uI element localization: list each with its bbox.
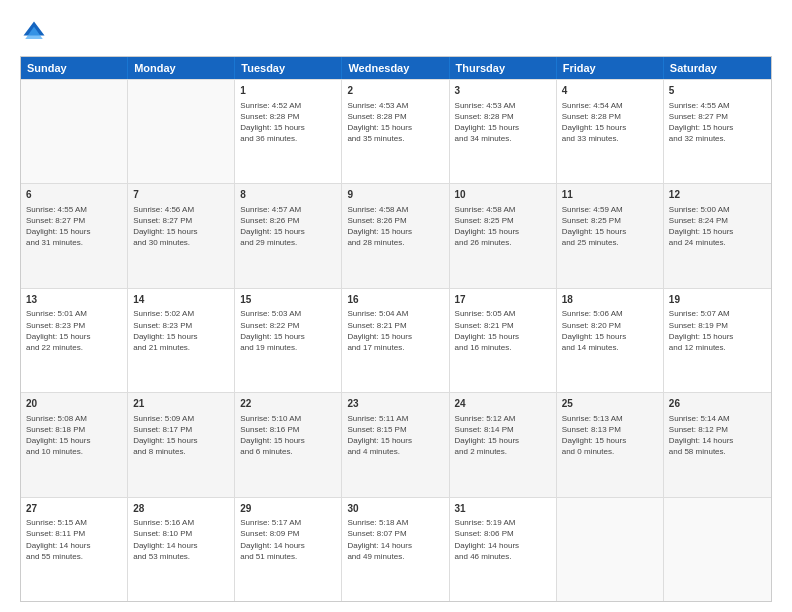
cal-cell-day-20: 20Sunrise: 5:08 AM Sunset: 8:18 PM Dayli… (21, 393, 128, 496)
cell-info: Sunrise: 5:06 AM Sunset: 8:20 PM Dayligh… (562, 308, 658, 353)
cell-info: Sunrise: 5:04 AM Sunset: 8:21 PM Dayligh… (347, 308, 443, 353)
day-number: 8 (240, 188, 336, 202)
cal-cell-day-12: 12Sunrise: 5:00 AM Sunset: 8:24 PM Dayli… (664, 184, 771, 287)
cell-info: Sunrise: 5:00 AM Sunset: 8:24 PM Dayligh… (669, 204, 766, 249)
cell-info: Sunrise: 5:14 AM Sunset: 8:12 PM Dayligh… (669, 413, 766, 458)
day-number: 28 (133, 502, 229, 516)
cell-info: Sunrise: 5:13 AM Sunset: 8:13 PM Dayligh… (562, 413, 658, 458)
cal-week-3: 13Sunrise: 5:01 AM Sunset: 8:23 PM Dayli… (21, 288, 771, 392)
cell-info: Sunrise: 4:58 AM Sunset: 8:26 PM Dayligh… (347, 204, 443, 249)
cell-info: Sunrise: 5:10 AM Sunset: 8:16 PM Dayligh… (240, 413, 336, 458)
day-number: 7 (133, 188, 229, 202)
calendar-header-row: SundayMondayTuesdayWednesdayThursdayFrid… (21, 57, 771, 79)
cal-cell-day-3: 3Sunrise: 4:53 AM Sunset: 8:28 PM Daylig… (450, 80, 557, 183)
cal-cell-day-30: 30Sunrise: 5:18 AM Sunset: 8:07 PM Dayli… (342, 498, 449, 601)
day-number: 20 (26, 397, 122, 411)
cal-cell-day-6: 6Sunrise: 4:55 AM Sunset: 8:27 PM Daylig… (21, 184, 128, 287)
cal-header-tuesday: Tuesday (235, 57, 342, 79)
day-number: 21 (133, 397, 229, 411)
cal-cell-day-22: 22Sunrise: 5:10 AM Sunset: 8:16 PM Dayli… (235, 393, 342, 496)
cal-header-monday: Monday (128, 57, 235, 79)
cell-info: Sunrise: 5:16 AM Sunset: 8:10 PM Dayligh… (133, 517, 229, 562)
day-number: 3 (455, 84, 551, 98)
cell-info: Sunrise: 4:55 AM Sunset: 8:27 PM Dayligh… (669, 100, 766, 145)
day-number: 17 (455, 293, 551, 307)
cal-cell-day-17: 17Sunrise: 5:05 AM Sunset: 8:21 PM Dayli… (450, 289, 557, 392)
day-number: 30 (347, 502, 443, 516)
cal-cell-day-5: 5Sunrise: 4:55 AM Sunset: 8:27 PM Daylig… (664, 80, 771, 183)
cal-cell-day-2: 2Sunrise: 4:53 AM Sunset: 8:28 PM Daylig… (342, 80, 449, 183)
cell-info: Sunrise: 5:17 AM Sunset: 8:09 PM Dayligh… (240, 517, 336, 562)
cal-header-sunday: Sunday (21, 57, 128, 79)
cal-cell-empty (21, 80, 128, 183)
day-number: 24 (455, 397, 551, 411)
cal-header-wednesday: Wednesday (342, 57, 449, 79)
day-number: 27 (26, 502, 122, 516)
day-number: 15 (240, 293, 336, 307)
cal-cell-day-19: 19Sunrise: 5:07 AM Sunset: 8:19 PM Dayli… (664, 289, 771, 392)
cal-cell-empty (664, 498, 771, 601)
cell-info: Sunrise: 5:05 AM Sunset: 8:21 PM Dayligh… (455, 308, 551, 353)
calendar-body: 1Sunrise: 4:52 AM Sunset: 8:28 PM Daylig… (21, 79, 771, 601)
day-number: 5 (669, 84, 766, 98)
cal-week-1: 1Sunrise: 4:52 AM Sunset: 8:28 PM Daylig… (21, 79, 771, 183)
day-number: 19 (669, 293, 766, 307)
cell-info: Sunrise: 4:54 AM Sunset: 8:28 PM Dayligh… (562, 100, 658, 145)
cal-header-saturday: Saturday (664, 57, 771, 79)
day-number: 22 (240, 397, 336, 411)
calendar: SundayMondayTuesdayWednesdayThursdayFrid… (20, 56, 772, 602)
day-number: 14 (133, 293, 229, 307)
cal-cell-day-28: 28Sunrise: 5:16 AM Sunset: 8:10 PM Dayli… (128, 498, 235, 601)
cal-cell-day-11: 11Sunrise: 4:59 AM Sunset: 8:25 PM Dayli… (557, 184, 664, 287)
cal-cell-day-1: 1Sunrise: 4:52 AM Sunset: 8:28 PM Daylig… (235, 80, 342, 183)
cal-cell-empty (557, 498, 664, 601)
day-number: 29 (240, 502, 336, 516)
cell-info: Sunrise: 5:02 AM Sunset: 8:23 PM Dayligh… (133, 308, 229, 353)
day-number: 26 (669, 397, 766, 411)
cell-info: Sunrise: 4:59 AM Sunset: 8:25 PM Dayligh… (562, 204, 658, 249)
cal-cell-day-15: 15Sunrise: 5:03 AM Sunset: 8:22 PM Dayli… (235, 289, 342, 392)
cell-info: Sunrise: 4:55 AM Sunset: 8:27 PM Dayligh… (26, 204, 122, 249)
cal-cell-day-26: 26Sunrise: 5:14 AM Sunset: 8:12 PM Dayli… (664, 393, 771, 496)
day-number: 10 (455, 188, 551, 202)
cal-cell-day-9: 9Sunrise: 4:58 AM Sunset: 8:26 PM Daylig… (342, 184, 449, 287)
page: SundayMondayTuesdayWednesdayThursdayFrid… (0, 0, 792, 612)
day-number: 25 (562, 397, 658, 411)
day-number: 9 (347, 188, 443, 202)
cell-info: Sunrise: 5:07 AM Sunset: 8:19 PM Dayligh… (669, 308, 766, 353)
cal-cell-day-24: 24Sunrise: 5:12 AM Sunset: 8:14 PM Dayli… (450, 393, 557, 496)
cell-info: Sunrise: 4:53 AM Sunset: 8:28 PM Dayligh… (455, 100, 551, 145)
cal-cell-day-25: 25Sunrise: 5:13 AM Sunset: 8:13 PM Dayli… (557, 393, 664, 496)
day-number: 18 (562, 293, 658, 307)
day-number: 2 (347, 84, 443, 98)
cal-cell-day-18: 18Sunrise: 5:06 AM Sunset: 8:20 PM Dayli… (557, 289, 664, 392)
cal-cell-day-21: 21Sunrise: 5:09 AM Sunset: 8:17 PM Dayli… (128, 393, 235, 496)
cal-cell-day-13: 13Sunrise: 5:01 AM Sunset: 8:23 PM Dayli… (21, 289, 128, 392)
day-number: 12 (669, 188, 766, 202)
header (20, 18, 772, 46)
day-number: 13 (26, 293, 122, 307)
cal-cell-day-27: 27Sunrise: 5:15 AM Sunset: 8:11 PM Dayli… (21, 498, 128, 601)
cal-cell-day-7: 7Sunrise: 4:56 AM Sunset: 8:27 PM Daylig… (128, 184, 235, 287)
day-number: 23 (347, 397, 443, 411)
cell-info: Sunrise: 5:18 AM Sunset: 8:07 PM Dayligh… (347, 517, 443, 562)
day-number: 6 (26, 188, 122, 202)
cal-cell-day-10: 10Sunrise: 4:58 AM Sunset: 8:25 PM Dayli… (450, 184, 557, 287)
cal-cell-day-31: 31Sunrise: 5:19 AM Sunset: 8:06 PM Dayli… (450, 498, 557, 601)
cell-info: Sunrise: 5:01 AM Sunset: 8:23 PM Dayligh… (26, 308, 122, 353)
cal-cell-empty (128, 80, 235, 183)
day-number: 16 (347, 293, 443, 307)
cal-cell-day-14: 14Sunrise: 5:02 AM Sunset: 8:23 PM Dayli… (128, 289, 235, 392)
day-number: 4 (562, 84, 658, 98)
cal-cell-day-29: 29Sunrise: 5:17 AM Sunset: 8:09 PM Dayli… (235, 498, 342, 601)
cell-info: Sunrise: 5:15 AM Sunset: 8:11 PM Dayligh… (26, 517, 122, 562)
cal-week-2: 6Sunrise: 4:55 AM Sunset: 8:27 PM Daylig… (21, 183, 771, 287)
day-number: 11 (562, 188, 658, 202)
cell-info: Sunrise: 4:52 AM Sunset: 8:28 PM Dayligh… (240, 100, 336, 145)
logo-icon (20, 18, 48, 46)
cal-week-5: 27Sunrise: 5:15 AM Sunset: 8:11 PM Dayli… (21, 497, 771, 601)
cal-cell-day-23: 23Sunrise: 5:11 AM Sunset: 8:15 PM Dayli… (342, 393, 449, 496)
cell-info: Sunrise: 4:56 AM Sunset: 8:27 PM Dayligh… (133, 204, 229, 249)
day-number: 1 (240, 84, 336, 98)
cell-info: Sunrise: 4:53 AM Sunset: 8:28 PM Dayligh… (347, 100, 443, 145)
